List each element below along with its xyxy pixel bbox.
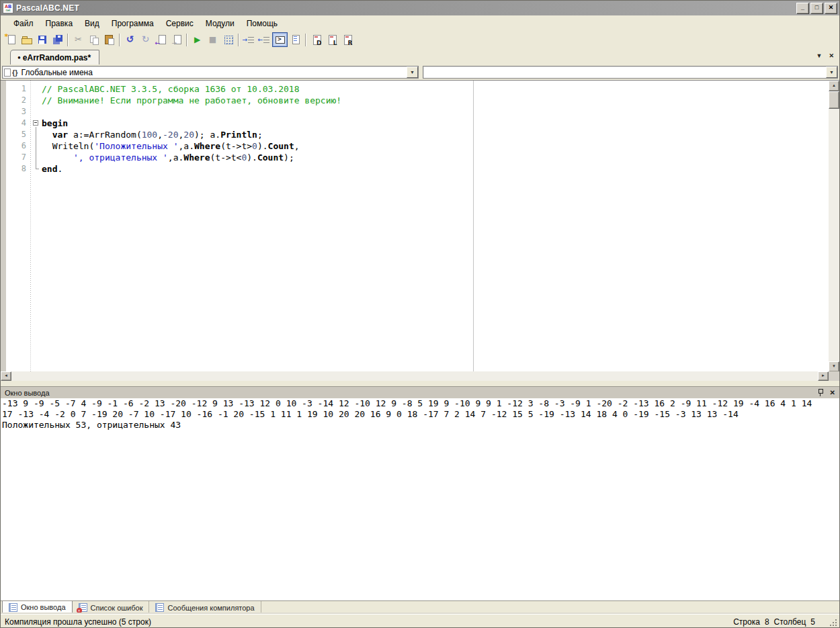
menu-item-6[interactable]: Помощь [241, 17, 284, 30]
editor-horizontal-scrollbar[interactable]: ◄ ► [1, 371, 829, 381]
template-d-button[interactable]: D [308, 32, 324, 47]
show-console-icon [275, 34, 286, 45]
bottom-tab-label: Список ошибок [91, 604, 143, 612]
line-number: 7 [6, 152, 30, 163]
line-number: 2 [6, 95, 30, 106]
nav-forward-button[interactable] [169, 32, 184, 47]
template-l-button[interactable]: L [324, 32, 339, 47]
template-r-button[interactable]: R [339, 32, 355, 47]
save-all-button[interactable] [50, 32, 65, 47]
show-console-button[interactable] [272, 32, 288, 47]
line-number: 6 [6, 140, 30, 152]
code-line[interactable]: 5 var a:=ArrRandom(100,-20,20); a.Printl… [1, 129, 839, 140]
indent-icon [244, 34, 255, 45]
code-editor[interactable]: 1// PascalABC.NET 3.3.5, сборка 1636 от … [1, 80, 839, 371]
template-d-icon: D [311, 34, 322, 45]
toolbar-separator [67, 34, 69, 46]
cut-button[interactable]: ✂ [71, 32, 86, 47]
maximize-icon[interactable]: □ [810, 3, 823, 14]
error-list-icon [79, 603, 87, 612]
vertical-scroll-thumb[interactable] [829, 91, 839, 109]
nav-forward-icon [171, 34, 182, 45]
menu-item-1[interactable]: Правка [40, 17, 79, 30]
code-line[interactable]: 6 Writeln('Положительных ',a.Where(t->t>… [1, 140, 839, 152]
code-line[interactable]: 4begin [1, 118, 839, 129]
template-letter: R [348, 40, 353, 46]
line-label: Строка [733, 617, 760, 627]
copy-button[interactable] [86, 32, 101, 47]
globals-combo[interactable]: {} Глобальные имена ▼ [2, 66, 419, 79]
format-code-icon [290, 34, 301, 45]
fold-gutter [30, 83, 42, 95]
menu-item-2[interactable]: Вид [79, 17, 106, 30]
code-line[interactable]: 3 [1, 106, 839, 118]
resize-grip-icon[interactable] [829, 619, 837, 627]
paste-icon [104, 34, 115, 45]
outdent-button[interactable] [257, 32, 272, 47]
document-tab[interactable]: ● eArrRandom.pas* [10, 50, 99, 64]
code-text: ', отрицательных ',a.Where(t->t<0).Count… [42, 152, 294, 163]
pin-icon[interactable] [817, 388, 824, 397]
menu-item-4[interactable]: Сервис [160, 17, 200, 30]
watch-window-button[interactable] [220, 32, 236, 47]
members-combo-arrow-icon[interactable]: ▼ [826, 66, 837, 78]
fold-gutter [30, 106, 42, 118]
scroll-down-icon[interactable]: ▼ [829, 361, 839, 371]
globals-combo-value: Глобальные имена [20, 68, 407, 77]
bottom-tab-output-window[interactable]: Окно вывода [2, 601, 73, 614]
new-file-button[interactable] [3, 32, 19, 47]
scroll-up-icon[interactable]: ▲ [829, 81, 839, 91]
bottom-tab-error-list[interactable]: Список ошибок [73, 601, 150, 614]
code-line[interactable]: 7 ', отрицательных ',a.Where(t->t<0).Cou… [1, 152, 839, 163]
open-file-button[interactable] [19, 32, 34, 47]
members-combo[interactable]: ▼ [423, 66, 838, 79]
outdent-icon [259, 34, 270, 45]
editor-vertical-scrollbar[interactable]: ▲ ▼ [829, 81, 839, 371]
redo-button[interactable]: ↻ [138, 32, 153, 47]
save-file-button[interactable] [34, 32, 50, 47]
scroll-right-icon[interactable]: ► [818, 371, 829, 381]
line-number: 1 [6, 83, 30, 95]
menu-item-5[interactable]: Модули [200, 17, 241, 30]
line-value: 8 [765, 617, 769, 627]
bottom-tab-label: Сообщения компилятора [167, 604, 254, 612]
output-window-icon [9, 603, 17, 612]
app-icon-sub: net [6, 9, 11, 12]
template-l-icon: L [327, 34, 337, 45]
code-line[interactable]: 1// PascalABC.NET 3.3.5, сборка 1636 от … [1, 83, 839, 95]
globals-combo-arrow-icon[interactable]: ▼ [407, 66, 418, 78]
template-r-icon: R [342, 34, 353, 45]
app-window: AB net PascalABC.NET _ □ ✕ ФайлПравкаВид… [0, 0, 840, 628]
close-icon[interactable]: ✕ [825, 3, 837, 14]
window-title: PascalABC.NET [16, 3, 79, 13]
scroll-left-icon[interactable]: ◄ [1, 371, 11, 381]
redo-icon: ↻ [140, 34, 151, 45]
navigator-row: {} Глобальные имена ▼ ▼ [1, 64, 839, 80]
stop-button[interactable]: ■ [205, 32, 220, 47]
fold-collapse-icon[interactable] [30, 118, 42, 129]
indent-button[interactable] [241, 32, 257, 47]
bottom-tab-compiler-messages[interactable]: Сообщения компилятора [149, 601, 261, 614]
code-line[interactable]: 8end. [1, 163, 839, 175]
output-panel-content[interactable]: -13 9 -9 -5 -7 4 -9 -1 -6 -2 13 -20 -12 … [1, 398, 839, 600]
undo-button[interactable]: ↺ [122, 32, 138, 47]
copy-icon [89, 34, 99, 45]
toolbar-separator [186, 34, 187, 46]
output-panel-title: Окно вывода [5, 389, 50, 397]
code-line[interactable]: 2// Внимание! Если программа не работает… [1, 95, 839, 106]
output-close-icon[interactable]: ✕ [830, 388, 835, 397]
tab-list-icon[interactable]: ▼ [816, 52, 823, 59]
bottom-tab-strip: Окно выводаСписок ошибокСообщения компил… [1, 600, 839, 614]
column-value: 5 [810, 617, 815, 627]
run-button[interactable]: ▶ [190, 32, 205, 47]
bottom-tab-label: Окно вывода [21, 603, 66, 611]
menu-item-0[interactable]: Файл [7, 17, 40, 30]
menu-item-3[interactable]: Программа [106, 17, 160, 30]
minimize-icon[interactable]: _ [796, 3, 809, 14]
tab-close-icon[interactable]: ✕ [829, 52, 834, 59]
code-lines: 1// PascalABC.NET 3.3.5, сборка 1636 от … [1, 81, 839, 175]
nav-back-button[interactable] [153, 32, 169, 47]
paste-button[interactable] [101, 32, 117, 47]
code-text: var a:=ArrRandom(100,-20,20); a.Println; [42, 129, 263, 140]
format-code-button[interactable] [288, 32, 303, 47]
